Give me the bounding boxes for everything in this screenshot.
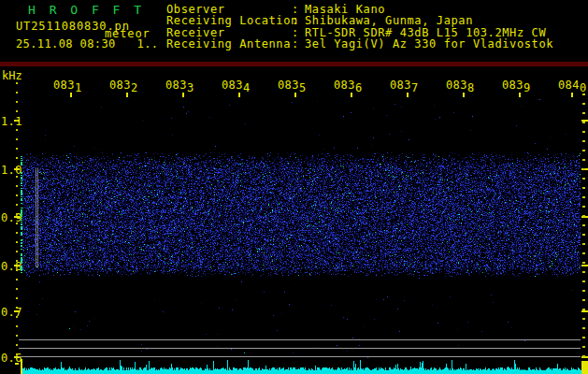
info-value: Shibukawa, Gunma, Japan	[305, 15, 473, 26]
freq-unit-label: kHz	[2, 69, 22, 82]
header-separator-band	[0, 62, 588, 66]
info-value: 3el Yagi(V) Az 330 for Vladivostok	[305, 38, 553, 50]
time-tick-label: 0835	[278, 79, 307, 92]
info-colon: :	[292, 38, 305, 50]
app-title: H R O F F T	[28, 3, 145, 17]
time-tick-label: 0833	[165, 79, 194, 92]
signal-level-canvas	[21, 359, 588, 374]
freq-tick-label: 0.6	[1, 352, 22, 365]
freq-tick-label: 1.1	[1, 115, 22, 128]
spectrogram-canvas	[21, 98, 581, 360]
time-tick-mark	[182, 93, 184, 97]
freq-tick-label: 0.9	[1, 211, 22, 224]
time-tick-label: 0840	[558, 79, 587, 92]
time-tick-mark	[294, 93, 296, 97]
time-tick-mark	[70, 93, 72, 97]
time-tick-label: 0834	[222, 79, 251, 92]
freq-minor-ticks-left	[16, 82, 18, 359]
time-tick-mark	[351, 93, 352, 97]
baseline-line	[19, 339, 581, 340]
time-tick-label: 0832	[109, 79, 138, 92]
baseline-line	[19, 356, 581, 357]
time-tick-mark	[519, 93, 521, 97]
time-tick-label: 0831	[53, 79, 82, 92]
freq-tick-label: 0.8	[1, 260, 22, 273]
time-tick-mark	[126, 93, 128, 97]
info-row-antenna: Receiving Antenna:3el Yagi(V) Az 330 for…	[166, 38, 553, 50]
time-tick-mark	[571, 93, 573, 97]
info-label: Receiving Antenna	[166, 38, 292, 50]
capture-datetime: 25.11.08 08:30 1..	[16, 37, 159, 50]
freq-tick-label: 1.0	[1, 164, 22, 177]
info-colon: :	[292, 15, 305, 26]
time-tick-mark	[463, 93, 465, 97]
hrofft-window: H R O F F T UT2511080830.pn meteor 25.11…	[0, 0, 588, 374]
info-label: Receiving Location	[166, 15, 292, 26]
freq-tick-mark	[15, 363, 19, 365]
info-row-location: Receiving Location:Shibukawa, Gunma, Jap…	[166, 15, 553, 26]
freq-minor-ticks-right	[582, 94, 585, 359]
time-tick-label: 0836	[334, 79, 363, 92]
baseline-line	[19, 348, 581, 349]
observer-info-block: Observer:Masaki Kano Receiving Location:…	[166, 4, 553, 50]
time-tick-label: 0837	[390, 79, 419, 92]
time-tick-mark	[407, 93, 409, 97]
time-tick-label: 0839	[502, 79, 531, 92]
time-tick-label: 0838	[446, 79, 475, 92]
freq-tick-label: 0.7	[1, 306, 22, 319]
time-tick-mark	[238, 93, 240, 97]
